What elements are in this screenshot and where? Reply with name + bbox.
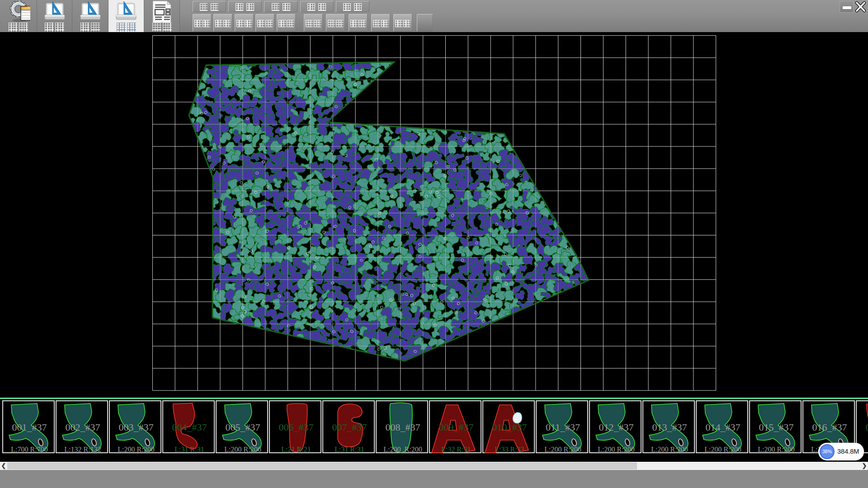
- svg-text:017_#37: 017_#37: [865, 422, 868, 433]
- svg-text:L:33 R:33: L:33 R:33: [495, 446, 524, 453]
- svg-text:007_#37: 007_#37: [332, 422, 367, 433]
- svg-text:L:32 R:31: L:32 R:31: [441, 446, 471, 453]
- svg-text:004_#37: 004_#37: [172, 422, 207, 433]
- svg-text:L:200 R:200: L:200 R:200: [544, 446, 581, 453]
- svg-text:009_#37: 009_#37: [439, 422, 473, 433]
- svg-text:L:700 R:700: L:700 R:700: [11, 446, 47, 453]
- svg-text:016_#37: 016_#37: [812, 422, 847, 433]
- svg-text:L:21 R:21: L:21 R:21: [281, 446, 311, 453]
- svg-text:012_#37: 012_#37: [599, 422, 633, 433]
- svg-text:011_#37: 011_#37: [545, 422, 580, 433]
- svg-text:L:31 R:31: L:31 R:31: [335, 446, 364, 453]
- svg-text:005_#37: 005_#37: [225, 422, 260, 433]
- svg-text:003_#37: 003_#37: [118, 422, 153, 433]
- svg-text:L:200 R:200: L:200 R:200: [651, 446, 688, 453]
- svg-text:L:31 R:31: L:31 R:31: [175, 446, 204, 453]
- svg-text:L:200 R:200: L:200 R:200: [118, 446, 154, 453]
- svg-text:L:200 R:200: L:200 R:200: [224, 446, 261, 453]
- svg-text:002_#37: 002_#37: [65, 422, 100, 433]
- svg-text:013_#37: 013_#37: [652, 422, 687, 433]
- svg-text:006_#37: 006_#37: [278, 422, 313, 433]
- svg-text:L:200 R:200: L:200 R:200: [598, 446, 634, 453]
- svg-text:010_#37: 010_#37: [492, 422, 527, 433]
- svg-text:008_#37: 008_#37: [385, 422, 420, 433]
- svg-text:014_#37: 014_#37: [705, 422, 740, 433]
- svg-text:L:200 R:200: L:200 R:200: [704, 446, 741, 453]
- svg-text:L:200 R:200: L:200 R:200: [758, 446, 794, 453]
- svg-text:001_#37: 001_#37: [12, 422, 47, 433]
- svg-text:L:132 R:132: L:132 R:132: [64, 446, 101, 453]
- svg-text:L:200_R:200: L:200_R:200: [383, 446, 422, 453]
- svg-text:015_#37: 015_#37: [759, 422, 793, 433]
